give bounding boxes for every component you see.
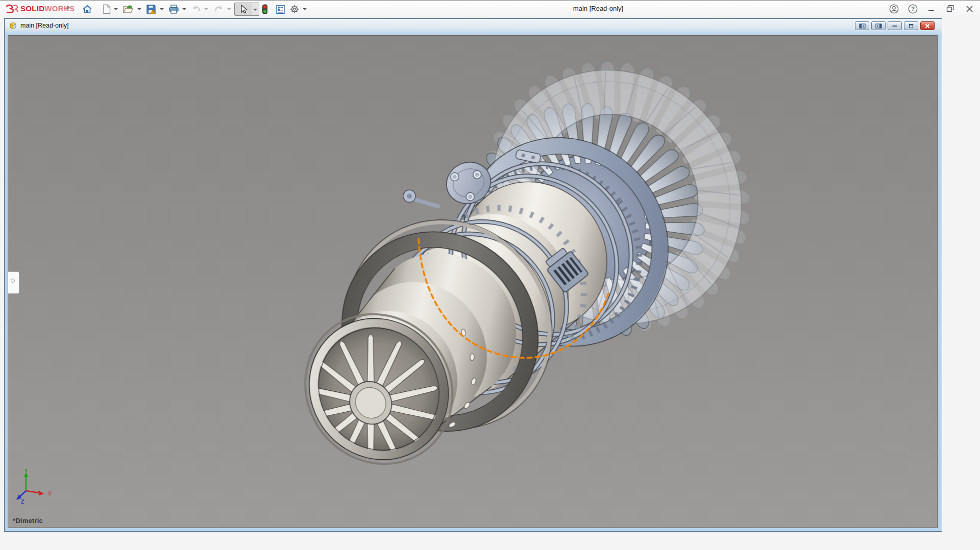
print-dropdown[interactable] xyxy=(182,7,187,11)
clevis-link xyxy=(403,190,438,206)
minimize-icon xyxy=(928,5,935,12)
options-button[interactable] xyxy=(288,3,301,16)
redo-icon xyxy=(214,5,224,14)
toolbar-expand-arrow-icon[interactable] xyxy=(67,5,70,10)
jet-engine-model[interactable] xyxy=(8,36,937,528)
brand-bold: SOLID xyxy=(20,4,44,13)
application-title: main [Read-only] xyxy=(573,5,623,12)
y-axis-label: Y xyxy=(24,469,28,473)
document-title: main [Read-only] xyxy=(20,22,69,29)
document-titlebar[interactable]: main [Read-only] xyxy=(5,19,942,32)
view-orientation-label: *Dimetric xyxy=(13,517,43,524)
new-document-dropdown[interactable] xyxy=(113,7,118,11)
minimize-icon xyxy=(892,23,898,29)
file-properties-button[interactable] xyxy=(274,3,287,16)
x-axis-arrow-icon xyxy=(38,491,44,496)
open-dropdown[interactable] xyxy=(137,7,142,11)
orientation-triad: Y X Z xyxy=(16,469,57,510)
save-button[interactable] xyxy=(144,3,158,16)
close-icon xyxy=(966,5,973,13)
document-close-button[interactable] xyxy=(920,21,935,30)
pane-right-icon xyxy=(875,23,882,29)
rebuild-traffic-light-icon xyxy=(262,4,268,14)
open-folder-icon xyxy=(122,4,134,14)
restore-button[interactable] xyxy=(945,3,956,14)
document-minimize-button[interactable] xyxy=(888,21,902,30)
document-restore-button[interactable] xyxy=(904,21,918,30)
collapsed-feature-pane-tab[interactable] xyxy=(8,271,19,294)
options-dropdown[interactable] xyxy=(302,7,307,11)
application-titlebar: SOLIDWORKS xyxy=(0,0,980,15)
rebuild-button[interactable] xyxy=(258,3,272,16)
open-button[interactable] xyxy=(121,3,135,16)
home-button[interactable] xyxy=(81,3,94,16)
account-icon xyxy=(889,4,899,14)
select-cursor-icon xyxy=(239,4,248,14)
redo-button[interactable] xyxy=(212,3,226,16)
z-axis-label: Z xyxy=(21,499,24,505)
graphics-viewport[interactable]: Y X Z *Dimetric xyxy=(8,35,938,528)
help-icon: ? xyxy=(908,4,918,14)
new-document-button[interactable] xyxy=(100,3,113,16)
home-icon xyxy=(82,4,92,14)
brand-light: WORKS xyxy=(44,4,75,13)
ds-3ds-mark-icon xyxy=(5,4,18,13)
undo-button[interactable] xyxy=(189,3,203,16)
close-button[interactable] xyxy=(964,3,975,14)
svg-text:?: ? xyxy=(911,6,915,12)
toggle-right-pane-button[interactable] xyxy=(871,21,886,30)
select-tool-button[interactable] xyxy=(234,3,253,16)
save-icon xyxy=(146,4,156,14)
print-icon xyxy=(168,4,179,14)
minimize-button[interactable] xyxy=(926,3,937,14)
new-document-icon xyxy=(102,4,111,14)
close-icon xyxy=(924,23,930,29)
pane-expand-icon xyxy=(11,279,15,283)
account-button[interactable] xyxy=(888,3,899,14)
undo-icon xyxy=(191,5,201,14)
document-window: main [Read-only] xyxy=(4,18,942,532)
undo-dropdown[interactable] xyxy=(204,7,209,11)
file-properties-icon xyxy=(276,5,285,14)
solidworks-logo: SOLIDWORKS xyxy=(5,4,75,14)
save-dropdown[interactable] xyxy=(159,7,164,11)
pane-left-icon xyxy=(859,23,866,29)
toggle-left-pane-button[interactable] xyxy=(855,21,869,30)
help-button[interactable]: ? xyxy=(907,3,918,14)
assembly-document-icon xyxy=(9,21,17,30)
redo-dropdown[interactable] xyxy=(227,7,232,11)
restore-icon xyxy=(908,23,914,29)
gear-icon xyxy=(289,4,300,14)
restore-icon xyxy=(946,5,954,13)
print-button[interactable] xyxy=(167,3,180,16)
x-axis-label: X xyxy=(48,491,52,496)
